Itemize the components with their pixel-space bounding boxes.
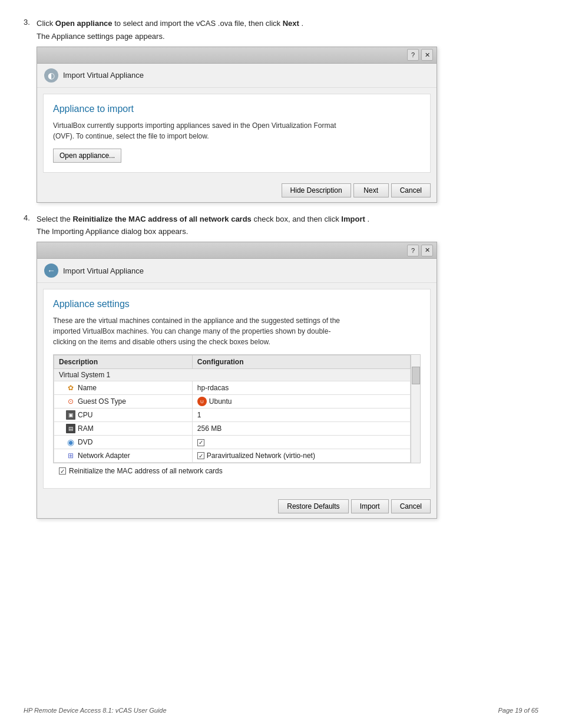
cancel-button-2[interactable]: Cancel bbox=[391, 499, 431, 513]
table-row[interactable]: ▣ CPU 1 bbox=[54, 409, 411, 422]
section-title-1: Appliance to import bbox=[53, 104, 421, 114]
scrollbar-thumb[interactable] bbox=[412, 367, 420, 384]
row-net-value: Paravirtualized Network (virtio-net) bbox=[192, 449, 410, 463]
dialog-header-2: ← Import Virtual Appliance bbox=[37, 259, 437, 283]
step-4-subtext: The Importing Appliance dialog box appea… bbox=[37, 227, 538, 236]
row-dvd-value bbox=[192, 436, 410, 449]
table-row[interactable]: ▤ RAM 256 MB bbox=[54, 422, 411, 436]
dialog-titlebar-1: ? ✕ bbox=[37, 47, 437, 64]
footer-right: Page 19 of 65 bbox=[498, 707, 538, 714]
settings-table-wrapper: Description Configuration Virtual System… bbox=[53, 354, 421, 463]
step-4-bold2: Import bbox=[341, 215, 365, 223]
row-ram-label: ▤ RAM bbox=[54, 422, 193, 436]
row-name-label: ✿ Name bbox=[54, 381, 193, 395]
step-number-4: 4. bbox=[24, 213, 37, 222]
dvd-icon: ◉ bbox=[66, 437, 75, 447]
row-name-value: hp-rdacas bbox=[192, 381, 410, 395]
dialog-title-2: Import Virtual Appliance bbox=[63, 266, 144, 275]
footer-left: HP Remote Device Access 8.1: vCAS User G… bbox=[24, 707, 167, 714]
titlebar-icons-2: ? ✕ bbox=[407, 245, 433, 256]
reinitialize-mac-checkbox[interactable] bbox=[59, 467, 66, 475]
row-net-label: ⊞ Network Adapter bbox=[54, 449, 193, 463]
back-arrow-icon: ◐ bbox=[48, 71, 55, 80]
dialog-footer-2: Restore Defaults Import Cancel bbox=[37, 495, 437, 518]
section-desc-1: VirtualBox currently supports importing … bbox=[53, 120, 421, 141]
network-icon: ⊞ bbox=[66, 451, 75, 460]
row-cpu-label: ▣ CPU bbox=[54, 409, 193, 422]
row-os-label: ⊙ Guest OS Type bbox=[54, 395, 193, 409]
import-button[interactable]: Import bbox=[351, 499, 389, 513]
col-configuration: Configuration bbox=[192, 355, 410, 369]
open-appliance-button[interactable]: Open appliance... bbox=[53, 149, 121, 163]
dialog-import-appliance-2: ? ✕ ← Import Virtual Appliance Appliance… bbox=[37, 242, 437, 519]
settings-table-main: Description Configuration Virtual System… bbox=[54, 355, 411, 463]
back-arrow-icon-2: ← bbox=[47, 266, 55, 275]
titlebar-icons-1: ? ✕ bbox=[407, 49, 433, 61]
ram-icon: ▤ bbox=[66, 424, 75, 433]
next-button-1[interactable]: Next bbox=[353, 183, 389, 197]
section-desc-2: These are the virtual machines contained… bbox=[53, 315, 421, 347]
settings-table: Description Configuration Virtual System… bbox=[54, 355, 411, 463]
back-button-1[interactable]: ◐ bbox=[44, 68, 58, 83]
col-description: Description bbox=[54, 355, 193, 369]
net-checkbox[interactable] bbox=[197, 452, 204, 459]
dialog-body-2: Appliance settings These are the virtual… bbox=[43, 289, 431, 489]
group-label: Virtual System 1 bbox=[54, 369, 411, 381]
cpu-icon: ▣ bbox=[66, 410, 75, 420]
close-icon[interactable]: ✕ bbox=[421, 49, 433, 61]
back-button-2[interactable]: ← bbox=[44, 263, 58, 278]
step-3: 3. Click Open appliance to select and im… bbox=[24, 18, 538, 203]
dialog-titlebar-2: ? ✕ bbox=[37, 242, 437, 259]
dialog-header-1: ◐ Import Virtual Appliance bbox=[37, 64, 437, 88]
step-3-bold2: Next bbox=[283, 19, 299, 28]
table-row[interactable]: ⊙ Guest OS Type U Ubuntu bbox=[54, 395, 411, 409]
step-4: 4. Select the Reinitialize the MAC addre… bbox=[24, 213, 538, 519]
reinitialize-mac-label: Reinitialize the MAC address of all netw… bbox=[69, 467, 223, 475]
section-title-2: Appliance settings bbox=[53, 299, 421, 309]
row-cpu-value: 1 bbox=[192, 409, 410, 422]
row-os-value: U Ubuntu bbox=[192, 395, 410, 409]
table-group-row: Virtual System 1 bbox=[54, 369, 411, 381]
dialog-footer-1: Hide Description Next Cancel bbox=[37, 179, 437, 202]
step-4-text: Select the Reinitialize the MAC address … bbox=[37, 213, 369, 225]
page-footer: HP Remote Device Access 8.1: vCAS User G… bbox=[24, 707, 538, 714]
step-3-bold1: Open appliance bbox=[55, 19, 113, 28]
gear-icon: ✿ bbox=[66, 383, 75, 393]
table-row[interactable]: ✿ Name hp-rdacas bbox=[54, 381, 411, 395]
restore-defaults-button[interactable]: Restore Defaults bbox=[278, 499, 348, 513]
row-ram-value: 256 MB bbox=[192, 422, 410, 436]
dialog-body-1: Appliance to import VirtualBox currently… bbox=[43, 94, 431, 173]
help-icon-2[interactable]: ? bbox=[407, 245, 419, 256]
step-3-text: Click Open appliance to select and impor… bbox=[37, 18, 303, 29]
help-icon[interactable]: ? bbox=[407, 49, 419, 61]
step-number-3: 3. bbox=[24, 18, 37, 27]
dvd-checkbox[interactable] bbox=[197, 439, 204, 446]
step-4-bold1: Reinitialize the MAC address of all netw… bbox=[72, 215, 251, 223]
os-icon: ⊙ bbox=[66, 397, 75, 406]
dialog-import-appliance-1: ? ✕ ◐ Import Virtual Appliance Appliance… bbox=[37, 47, 437, 203]
table-row[interactable]: ◉ DVD bbox=[54, 436, 411, 449]
row-dvd-label: ◉ DVD bbox=[54, 436, 193, 449]
cancel-button-1[interactable]: Cancel bbox=[391, 183, 431, 197]
step-3-subtext: The Appliance settings page appears. bbox=[37, 32, 538, 41]
scrollbar[interactable] bbox=[411, 355, 420, 463]
table-row[interactable]: ⊞ Network Adapter Paravirtualized Networ… bbox=[54, 449, 411, 463]
ubuntu-icon: U bbox=[197, 397, 207, 406]
reinitialize-mac-row: Reinitialize the MAC address of all netw… bbox=[59, 467, 415, 475]
dialog-title-1: Import Virtual Appliance bbox=[63, 71, 144, 80]
close-icon-2[interactable]: ✕ bbox=[421, 245, 433, 256]
hide-description-button[interactable]: Hide Description bbox=[282, 183, 351, 197]
